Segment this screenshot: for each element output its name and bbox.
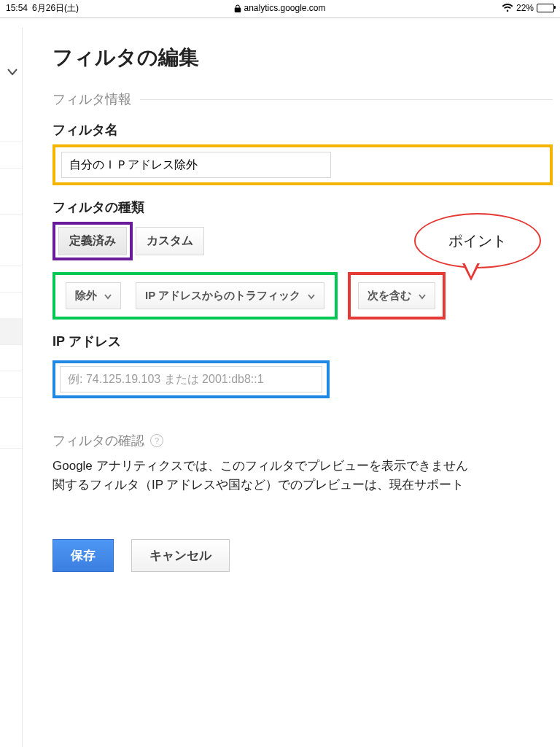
ip-address-input[interactable] <box>60 366 322 392</box>
annotation-point-label: ポイント <box>448 231 507 251</box>
annotation-point-bubble: ポイント <box>414 213 538 266</box>
section-filter-info-label: フィルタ情報 <box>52 90 131 108</box>
select-traffic-source-value: IP アドレスからのトラフィック <box>145 289 300 303</box>
nav-item[interactable] <box>0 266 22 293</box>
highlight-predefined-tab: 定義済み <box>52 222 133 260</box>
highlight-match-select: 次を含む <box>348 272 446 320</box>
tab-predefined[interactable]: 定義済み <box>58 227 127 255</box>
ip-address-label: IP アドレス <box>52 333 553 350</box>
page-title: フィルタの編集 <box>52 44 553 71</box>
nav-item[interactable] <box>0 422 22 449</box>
divider <box>140 99 553 100</box>
account-picker-caret-icon[interactable] <box>7 66 18 79</box>
nav-item[interactable] <box>0 371 22 398</box>
lock-icon <box>234 4 241 12</box>
nav-item[interactable] <box>0 344 22 371</box>
select-filter-mode-value: 除外 <box>75 289 97 303</box>
help-icon[interactable]: ? <box>150 434 163 447</box>
caret-down-icon <box>104 290 112 302</box>
filter-verify-line1: Google アナリティクスでは、このフィルタでプレビューを表示できません <box>52 457 553 476</box>
nav-item[interactable] <box>0 318 22 345</box>
highlight-predefined-selects: 除外 IP アドレスからのトラフィック <box>52 272 338 320</box>
status-url: analytics.google.com <box>244 3 325 13</box>
nav-item[interactable] <box>0 239 22 266</box>
filter-verify-heading: フィルタの確認 ? <box>52 432 553 449</box>
section-filter-info: フィルタ情報 <box>52 90 553 108</box>
main-content: フィルタの編集 フィルタ情報 フィルタ名 フィルタの種類 定義済み カスタム 除… <box>44 29 560 747</box>
nav-item[interactable] <box>0 188 22 215</box>
filter-name-label: フィルタ名 <box>52 121 553 139</box>
nav-item[interactable] <box>0 142 22 169</box>
filter-name-input[interactable] <box>61 152 331 178</box>
select-filter-mode[interactable]: 除外 <box>66 282 121 309</box>
battery-percent: 22% <box>516 3 534 13</box>
ga-left-nav-collapsed <box>0 28 23 747</box>
speech-tail-icon <box>462 263 480 281</box>
caret-down-icon <box>419 290 426 302</box>
filter-verify-text: Google アナリティクスでは、このフィルタでプレビューを表示できません 関す… <box>52 457 553 495</box>
highlight-filter-name <box>52 144 553 185</box>
highlight-ip-input <box>52 360 330 398</box>
ipad-status-bar: 15:54 6月26日(土) analytics.google.com 22% <box>0 0 560 16</box>
status-time: 15:54 <box>6 3 28 13</box>
cancel-button[interactable]: キャンセル <box>131 539 230 572</box>
browser-divider <box>0 18 560 18</box>
select-match-type[interactable]: 次を含む <box>358 282 435 309</box>
tab-custom[interactable]: カスタム <box>136 227 204 255</box>
status-date: 6月26日(土) <box>32 2 79 15</box>
select-traffic-source[interactable]: IP アドレスからのトラフィック <box>136 282 324 309</box>
select-match-type-value: 次を含む <box>368 289 411 303</box>
filter-verify-line2: 関するフィルタ（IP アドレスや国など）でのプレビューは、現在サポート <box>52 476 553 495</box>
save-button[interactable]: 保存 <box>52 539 114 572</box>
filter-verify-label: フィルタの確認 <box>52 432 144 449</box>
nav-item[interactable] <box>0 115 22 142</box>
wifi-icon <box>502 4 513 12</box>
battery-icon <box>537 4 554 12</box>
caret-down-icon <box>308 290 315 302</box>
footer-buttons: 保存 キャンセル <box>52 539 553 572</box>
